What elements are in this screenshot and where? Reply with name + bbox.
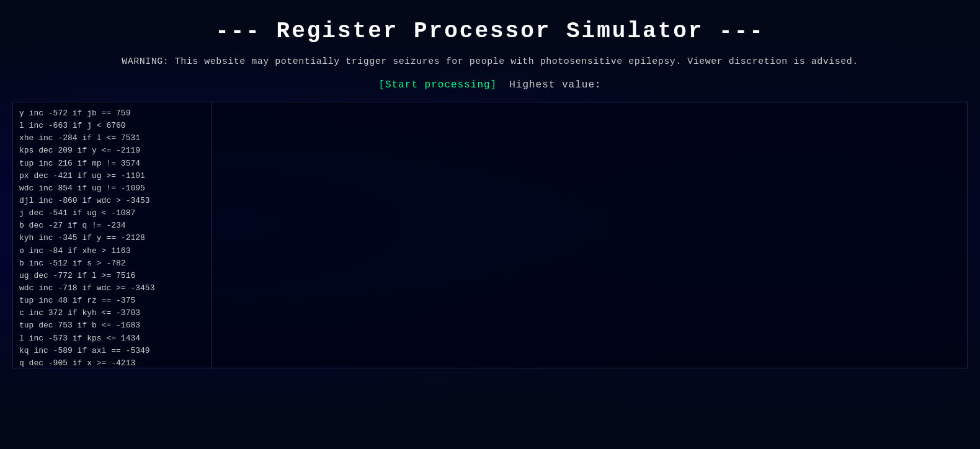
instruction-line: o inc -84 if xhe > 1163 (19, 245, 205, 257)
instructions-panel[interactable]: y inc -572 if jb == 759l inc -663 if j <… (13, 102, 212, 368)
highest-value-label: Highest value: (509, 79, 601, 91)
instruction-line: ug dec -772 if l >= 7516 (19, 270, 205, 282)
instruction-line: kyh inc -345 if y == -2128 (19, 232, 205, 244)
instruction-line: tup inc 48 if rz == -375 (19, 295, 205, 307)
instruction-line: tup inc 216 if mp != 3574 (19, 158, 205, 170)
instruction-line: tup dec 753 if b <= -1683 (19, 319, 205, 332)
instruction-line: b inc -512 if s > -782 (19, 257, 205, 270)
instruction-line: j dec -541 if ug < -1087 (19, 207, 205, 220)
start-processing-button[interactable]: [Start processing] (378, 79, 497, 91)
instruction-line: l inc -573 if kps <= 1434 (19, 332, 205, 345)
instruction-line: q dec -905 if x >= -4213 (19, 357, 205, 368)
controls-row: [Start processing] Highest value: (378, 79, 601, 91)
instruction-line: kq inc -589 if axi == -5349 (19, 345, 205, 357)
warning-text: WARNING: This website may potentially tr… (122, 56, 858, 67)
page-title: --- Register Processor Simulator --- (215, 19, 765, 44)
page-container: --- Register Processor Simulator --- WAR… (0, 0, 980, 368)
instruction-line: y inc -572 if jb == 759 (19, 107, 205, 120)
output-panel (212, 102, 967, 368)
instruction-line: c inc 372 if kyh <= -3703 (19, 307, 205, 319)
instruction-line: px dec -421 if ug >= -1101 (19, 170, 205, 182)
main-area: y inc -572 if jb == 759l inc -663 if j <… (12, 102, 968, 368)
instruction-line: l inc -663 if j < 6760 (19, 120, 205, 132)
instruction-line: xhe inc -284 if l <= 7531 (19, 132, 205, 144)
instruction-line: wdc inc -718 if wdc >= -3453 (19, 282, 205, 295)
instruction-line: kps dec 209 if y <= -2119 (19, 144, 205, 157)
instruction-line: wdc inc 854 if ug != -1095 (19, 182, 205, 195)
instruction-line: b dec -27 if q != -234 (19, 220, 205, 232)
instruction-line: djl inc -860 if wdc > -3453 (19, 195, 205, 207)
